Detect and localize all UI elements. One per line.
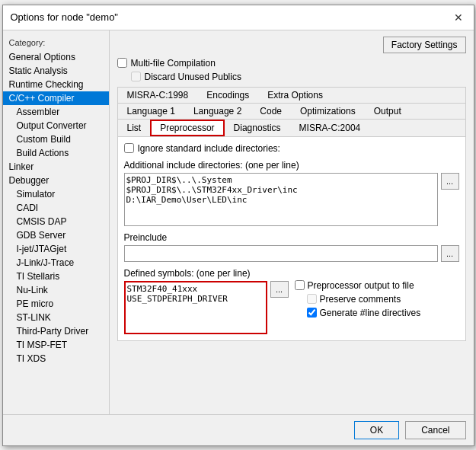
sidebar-item-ti-xds[interactable]: TI XDS	[3, 352, 109, 365]
preserve-comments-label: Preserve comments	[320, 294, 401, 305]
preinclude-label: Preinclude	[124, 232, 459, 243]
preserve-comments-checkbox[interactable]	[307, 294, 317, 304]
sidebar-item-static-analysis[interactable]: Static Analysis	[3, 64, 109, 78]
additional-include-browse-button[interactable]: ...	[441, 173, 459, 190]
tab-code[interactable]: Code	[251, 104, 291, 119]
ignore-std-label: Ignore standard include directories:	[138, 143, 280, 154]
factory-settings-button[interactable]: Factory Settings	[383, 37, 466, 53]
sidebar-item-debugger[interactable]: Debugger	[3, 174, 109, 187]
discard-unused-checkbox[interactable]	[131, 72, 141, 81]
tab-encodings[interactable]: Encodings	[197, 88, 258, 103]
multifile-compilation-row: Multi-file Compilation	[117, 58, 466, 69]
defined-section: Defined symbols: (one per line) ... Prep…	[124, 268, 459, 334]
sidebar-item-j-link-j-trace[interactable]: J-Link/J-Trace	[3, 256, 109, 270]
ignore-std-checkbox[interactable]	[124, 143, 134, 153]
sidebar-item-gdb-server[interactable]: GDB Server	[3, 228, 109, 242]
additional-include-label: Additional include directories: (one per…	[124, 160, 459, 171]
generate-line-label: Generate #line directives	[320, 308, 421, 318]
tab-output[interactable]: Output	[365, 104, 411, 119]
preprocessor-output-checkbox[interactable]	[295, 280, 305, 290]
tabs-row1: MISRA-C:1998EncodingsExtra Options	[118, 88, 465, 104]
additional-include-textarea[interactable]	[124, 173, 438, 226]
sidebar: Category: General OptionsStatic Analysis…	[3, 30, 110, 414]
options-dialog: Options for node "demo" ✕ Category: Gene…	[2, 5, 474, 446]
main-panel: Factory Settings Multi-file Compilation …	[110, 30, 474, 414]
tab-extra-options[interactable]: Extra Options	[258, 88, 332, 103]
cancel-button[interactable]: Cancel	[405, 421, 465, 439]
sidebar-item-ti-msp-fet[interactable]: TI MSP-FET	[3, 338, 109, 352]
tabs-row2: Language 1Language 2CodeOptimizationsOut…	[118, 104, 465, 120]
defined-symbols-textarea[interactable]	[124, 281, 267, 334]
close-button[interactable]: ✕	[451, 11, 466, 24]
sidebar-item-custom-build[interactable]: Custom Build	[3, 132, 109, 146]
tab-language-2[interactable]: Language 2	[184, 104, 251, 119]
sidebar-item-linker[interactable]: Linker	[3, 160, 109, 174]
preinclude-browse-button[interactable]: ...	[441, 245, 459, 262]
preinclude-input[interactable]	[124, 245, 438, 262]
sidebar-item-build-actions[interactable]: Build Actions	[3, 146, 109, 160]
sidebar-item-st-link[interactable]: ST-LINK	[3, 311, 109, 324]
dialog-footer: OK Cancel	[3, 414, 474, 445]
sidebar-item-runtime-checking[interactable]: Runtime Checking	[3, 78, 109, 91]
tab-diagnostics[interactable]: Diagnostics	[225, 120, 290, 136]
ok-button[interactable]: OK	[354, 421, 399, 439]
preprocessor-output-row: Preprocessor output to file	[295, 280, 459, 291]
sidebar-item-third-party-driver[interactable]: Third-Party Driver	[3, 324, 109, 338]
right-checkboxes: Preprocessor output to file Preserve com…	[295, 280, 459, 318]
category-label: Category:	[3, 37, 109, 50]
discard-unused-label: Discard Unused Publics	[145, 72, 241, 82]
tabs-row3: ListPreprocessorDiagnosticsMISRA-C:2004	[118, 120, 465, 137]
tabs-container: MISRA-C:1998EncodingsExtra Options Langu…	[117, 87, 466, 341]
defined-right: Preprocessor output to file Preserve com…	[295, 268, 459, 334]
sidebar-item-i-jet-jtagjet[interactable]: I-jet/JTAGjet	[3, 242, 109, 256]
tab-content: Ignore standard include directories: Add…	[118, 137, 465, 340]
generate-line-row: Generate #line directives	[295, 308, 459, 318]
preprocessor-output-label: Preprocessor output to file	[308, 280, 414, 291]
tab-list[interactable]: List	[118, 120, 151, 136]
sidebar-item-simulator[interactable]: Simulator	[3, 187, 109, 201]
tab-misra-c-1998[interactable]: MISRA-C:1998	[118, 88, 198, 103]
sidebar-item-c-c---compiler[interactable]: C/C++ Compiler	[3, 91, 109, 105]
tab-misra-c-2004[interactable]: MISRA-C:2004	[290, 120, 370, 136]
defined-textarea-row: ...	[124, 281, 289, 334]
discard-unused-row: Discard Unused Publics	[117, 72, 466, 82]
sidebar-item-general-options[interactable]: General Options	[3, 50, 109, 64]
sidebar-item-nu-link[interactable]: Nu-Link	[3, 283, 109, 297]
sidebar-item-cmsis-dap[interactable]: CMSIS DAP	[3, 215, 109, 228]
additional-include-row: ...	[124, 173, 459, 226]
dialog-body: Category: General OptionsStatic Analysis…	[3, 30, 474, 414]
generate-line-checkbox[interactable]	[307, 308, 317, 318]
multifile-compilation-checkbox[interactable]	[117, 58, 127, 68]
dialog-title: Options for node "demo"	[11, 11, 118, 23]
sidebar-item-ti-stellaris[interactable]: TI Stellaris	[3, 270, 109, 283]
preinclude-row: ...	[124, 245, 459, 262]
defined-left: Defined symbols: (one per line) ...	[124, 268, 289, 334]
defined-symbols-browse-button[interactable]: ...	[270, 281, 289, 298]
tab-optimizations[interactable]: Optimizations	[291, 104, 365, 119]
ignore-std-row: Ignore standard include directories:	[124, 143, 459, 154]
preserve-comments-row: Preserve comments	[295, 294, 459, 305]
sidebar-item-pe-micro[interactable]: PE micro	[3, 297, 109, 311]
tab-preprocessor[interactable]: Preprocessor	[150, 120, 224, 136]
top-row: Factory Settings	[117, 37, 466, 53]
title-bar: Options for node "demo" ✕	[3, 5, 474, 30]
defined-symbols-label: Defined symbols: (one per line)	[124, 268, 289, 279]
sidebar-item-assembler[interactable]: Assembler	[3, 105, 109, 119]
sidebar-item-cadi[interactable]: CADI	[3, 201, 109, 215]
sidebar-item-output-converter[interactable]: Output Converter	[3, 119, 109, 132]
tab-language-1[interactable]: Language 1	[118, 104, 184, 119]
multifile-compilation-label: Multi-file Compilation	[131, 58, 216, 69]
